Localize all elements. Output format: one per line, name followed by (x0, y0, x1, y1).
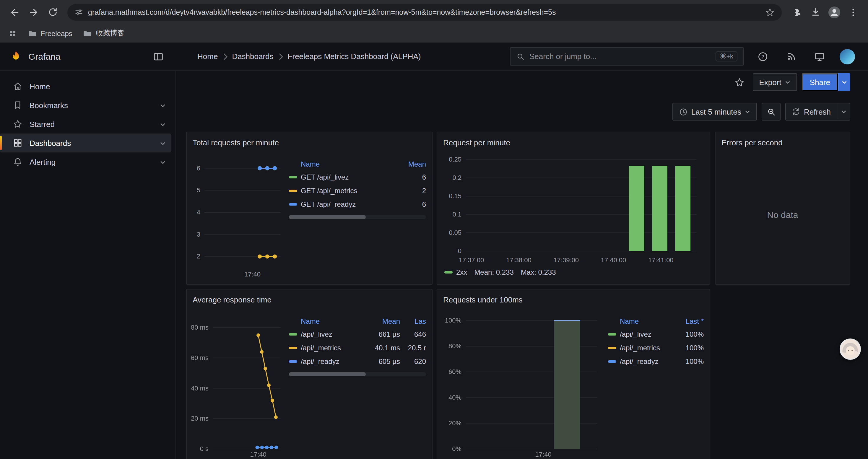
svg-text:2: 2 (197, 253, 200, 260)
legend-mean: Mean: 0.233 (474, 268, 514, 276)
dock-sidebar-icon[interactable] (150, 48, 167, 65)
legend-row[interactable]: /api/_readyz 605 µs 620 (289, 355, 426, 368)
total-requests-chart[interactable]: 6543217:40 (191, 150, 285, 280)
sidebar-item-starred[interactable]: Starred (0, 114, 171, 133)
legend-header-name[interactable]: Name (289, 160, 399, 168)
legend-row[interactable]: /api/_metrics 40.1 ms 20.5 r (289, 341, 426, 355)
svg-text:0.2: 0.2 (452, 174, 462, 182)
series-swatch (289, 347, 297, 349)
downloads-icon[interactable] (807, 3, 824, 21)
svg-text:6: 6 (197, 165, 200, 172)
search-shortcut-kbd: ⌘+k (716, 52, 737, 61)
export-button[interactable]: Export (752, 73, 797, 91)
svg-text:80%: 80% (448, 342, 462, 350)
panel-title[interactable]: Errors per second (720, 137, 845, 150)
chevron-down-icon (785, 79, 791, 85)
help-icon[interactable]: ? (754, 48, 771, 65)
sidebar-item-alerting[interactable]: Alerting (0, 153, 171, 171)
zoom-out-button[interactable] (762, 103, 781, 121)
search-box[interactable]: ⌘+k (510, 47, 744, 66)
favorite-star-icon[interactable] (731, 74, 748, 90)
chevron-down-icon[interactable] (159, 159, 166, 165)
user-avatar[interactable] (840, 49, 855, 64)
legend-row[interactable]: /api/_livez 100% (608, 327, 704, 341)
legend-scrollbar[interactable] (289, 215, 426, 219)
scrollbar-thumb[interactable] (289, 215, 366, 219)
breadcrumb-home[interactable]: Home (197, 52, 218, 61)
reload-button[interactable] (44, 3, 61, 21)
panel-title[interactable]: Average response time (191, 294, 427, 307)
refresh-button[interactable]: Refresh (785, 103, 837, 121)
chevron-down-icon[interactable] (159, 140, 166, 146)
panel-title[interactable]: Total requests per minute (191, 137, 427, 150)
site-settings-icon[interactable] (74, 8, 83, 17)
assistant-avatar[interactable] (840, 338, 861, 360)
url-text[interactable]: grafana.mathmast.com/d/deytv4rwavabkb/fr… (88, 8, 761, 16)
requests-under-100ms-chart[interactable]: 100%80%60%40%20%0%17:40 (442, 307, 604, 459)
chevron-down-icon[interactable] (159, 121, 166, 127)
request-per-minute-chart[interactable]: 0.250.20.150.10.05017:37:0017:38:0017:39… (442, 150, 705, 265)
legend-header-mean[interactable]: Mean (367, 317, 400, 326)
refresh-interval-caret[interactable] (837, 103, 850, 121)
apps-grid-icon[interactable] (8, 29, 17, 38)
grafana-logo-icon[interactable] (9, 50, 23, 63)
legend-header-name[interactable]: Name (289, 317, 363, 326)
search-input[interactable] (529, 52, 711, 61)
sidebar-item-dashboards[interactable]: Dashboards (0, 133, 171, 153)
series-swatch (608, 360, 616, 362)
legend-row[interactable]: GET /api/_metrics 2 (289, 184, 426, 197)
news-rss-icon[interactable] (783, 48, 800, 65)
bookmark-icon (13, 100, 23, 110)
profile-avatar[interactable] (826, 3, 843, 21)
panel-title[interactable]: Requests under 100ms (442, 294, 705, 307)
bookmark-label: 收藏博客 (96, 28, 124, 38)
legend-row[interactable]: /api/_livez 661 µs 646 (289, 327, 426, 341)
legend-row[interactable]: GET /api/_readyz 6 (289, 197, 426, 211)
sidebar-item-bookmarks[interactable]: Bookmarks (0, 96, 171, 114)
extensions-icon[interactable] (788, 3, 805, 21)
bookmark-folder-blogs[interactable]: 收藏博客 (83, 28, 124, 38)
panel-errors-per-second[interactable]: Errors per second No data (715, 132, 850, 285)
breadcrumb-dashboards[interactable]: Dashboards (232, 52, 273, 61)
series-swatch (608, 333, 616, 335)
scrollbar-thumb[interactable] (289, 372, 366, 376)
panel-requests-under-100ms[interactable]: Requests under 100ms 100%80%60%40%20%0%1… (437, 289, 710, 459)
svg-text:0.1: 0.1 (452, 210, 462, 218)
grafana-header-left: Grafana (0, 48, 176, 65)
back-button[interactable] (6, 3, 24, 21)
dashboard-canvas: Last 5 minutes Refresh (176, 93, 868, 459)
legend-header-mean[interactable]: Mean (402, 160, 426, 168)
browser-toolbar: grafana.mathmast.com/d/deytv4rwavabkb/fr… (0, 0, 868, 24)
legend-header-last[interactable]: Last * (675, 317, 704, 326)
forward-button[interactable] (25, 3, 42, 21)
time-range-picker[interactable]: Last 5 minutes (673, 103, 757, 121)
legend-row[interactable]: /api/_readyz 100% (608, 355, 704, 368)
panel-total-requests-per-minute[interactable]: Total requests per minute 6543217:40 Nam… (186, 132, 433, 285)
legend-header-name[interactable]: Name (608, 317, 672, 326)
legend-row[interactable]: /api/_metrics 100% (608, 341, 704, 355)
bookmark-star-icon[interactable] (765, 7, 775, 17)
panel-title[interactable]: Request per minute (442, 137, 705, 150)
legend-scrollbar[interactable] (289, 372, 426, 376)
url-bar[interactable]: grafana.mathmast.com/d/deytv4rwavabkb/fr… (67, 4, 782, 21)
legend-header-last[interactable]: Las (404, 317, 426, 326)
share-button[interactable]: Share (802, 73, 838, 91)
chevron-down-icon[interactable] (159, 102, 166, 108)
chevron-right-icon (222, 53, 227, 60)
average-response-time-chart[interactable]: 80 ms60 ms40 ms20 ms0 s17:40 (191, 307, 285, 459)
display-monitor-icon[interactable] (811, 48, 828, 65)
legend-item[interactable]: 2xx (444, 268, 467, 276)
sidebar-item-home[interactable]: Home (0, 77, 171, 96)
bookmark-folder-freeleaps[interactable]: Freeleaps (28, 29, 72, 37)
panel-average-response-time[interactable]: Average response time 80 ms60 ms40 ms20 … (186, 289, 433, 459)
share-menu-caret[interactable] (838, 73, 850, 91)
panel-request-per-minute[interactable]: Request per minute 0.250.20.150.10.05017… (437, 132, 710, 285)
main-content: Export Share Last 5 minutes (176, 71, 868, 459)
browser-menu-icon[interactable] (844, 3, 862, 21)
svg-text:0.05: 0.05 (449, 229, 462, 236)
svg-text:17:38:00: 17:38:00 (506, 256, 531, 264)
refresh-split-button: Refresh (785, 103, 850, 121)
legend-row[interactable]: GET /api/_livez 6 (289, 170, 426, 184)
svg-text:17:37:00: 17:37:00 (459, 256, 484, 264)
bookmarks-bar: Freeleaps 收藏博客 (0, 24, 868, 42)
